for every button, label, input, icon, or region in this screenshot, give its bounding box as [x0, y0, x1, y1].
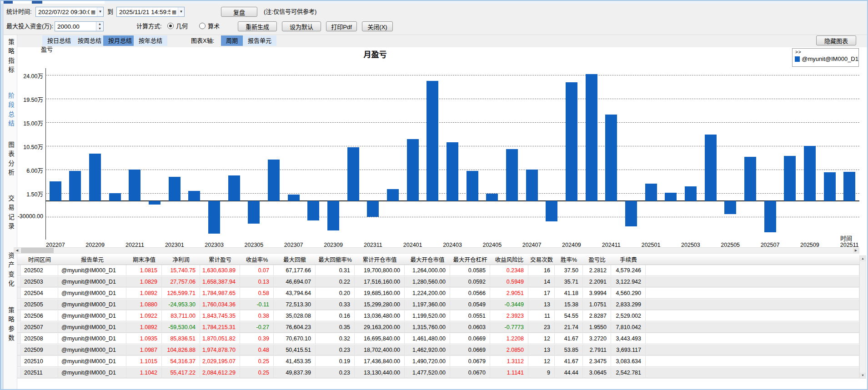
column-header-累计开仓市值[interactable]: 累计开仓市值 — [355, 255, 405, 265]
spinner-down-icon[interactable]: ▼ — [96, 26, 103, 31]
column-header-最大回撤[interactable]: 最大回撤 — [274, 255, 316, 265]
column-header-报告单元[interactable]: 报告单元 — [58, 255, 127, 265]
radio-on-icon[interactable] — [167, 23, 174, 29]
cell-收益率%: 0.13 — [240, 276, 274, 287]
cell-盈亏比: 3.0645 — [583, 367, 611, 378]
cell-胜率%: 35.71 — [555, 276, 583, 287]
scroll-down-icon[interactable]: ▼ — [860, 373, 866, 378]
radio-geometric[interactable]: 几何 — [167, 21, 188, 31]
xaxis-option-报告单元[interactable]: 报告单元 — [243, 35, 276, 46]
legend-item[interactable]: @myunit@IM000_D1 — [793, 55, 858, 62]
tab-按月总结[interactable]: 按月总结 — [103, 35, 137, 46]
column-header-时间区间[interactable]: 时间区间 — [21, 255, 59, 265]
sidebar-item-资产变化[interactable]: 资产变化 — [5, 252, 15, 290]
max-capital-input[interactable]: 2000.00 ▲▼ — [55, 21, 104, 31]
column-header-最大开仓杠杆[interactable]: 最大开仓杠杆 — [450, 255, 491, 265]
cell-手续费: 3,122.942 — [611, 276, 646, 287]
top-strip-tab — [42, 0, 105, 4]
series-swatch-icon — [795, 56, 800, 62]
bar-202207 — [50, 181, 61, 201]
cell-累计开仓市值: 13,130,440.00 — [355, 367, 405, 378]
cell-时间区间: 202511 — [21, 367, 58, 378]
cell-胜率%: 15.38 — [555, 299, 583, 310]
tab-按年总结[interactable]: 按年总结 — [134, 35, 167, 46]
spinner-up-icon[interactable]: ▲ — [96, 22, 103, 26]
regenerate-button[interactable]: 重新生成 — [238, 21, 277, 31]
sidebar-item-策略参数[interactable]: 策略参数 — [5, 307, 15, 344]
column-header-期末净值[interactable]: 期末净值 — [126, 255, 162, 265]
close-button[interactable]: 关闭(X) — [362, 21, 393, 31]
end-time-input[interactable]: 2025/11/21 14:59:59 ▦ ▼ — [116, 7, 185, 17]
cell-filler — [646, 288, 859, 299]
cell-最大回撤: 49,837.39 — [274, 367, 316, 378]
cell-收益风险比: 2.0850 — [490, 345, 528, 355]
column-header-最大回撤率%[interactable]: 最大回撤率% — [316, 255, 355, 265]
cell-最大开仓市值: 1,462,920.00 — [405, 345, 450, 355]
cell-报告单元: @myunit@IM000_D1 — [58, 356, 126, 367]
scroll-left-icon[interactable]: ◀ — [14, 248, 20, 253]
table-row-202506[interactable]: 202506@myunit@IM000_D11.092283,711.001,8… — [17, 310, 859, 322]
bar-202210 — [109, 193, 121, 201]
row-gutter — [17, 356, 21, 367]
column-header-胜率%[interactable]: 胜率% — [555, 255, 583, 265]
legend-expand-control[interactable]: >> — [793, 49, 858, 55]
calendar-icon[interactable]: ▦ — [171, 7, 178, 16]
radio-off-icon[interactable] — [199, 23, 206, 29]
radio-arithmetic[interactable]: 算术 — [199, 21, 220, 31]
bar-202306 — [268, 160, 280, 201]
replay-button[interactable]: 复盘 — [221, 7, 257, 17]
table-row-202504[interactable]: 202504@myunit@IM000_D11.0892126,599.711,… — [17, 288, 859, 299]
cell-净利润: 126,599.71 — [162, 288, 200, 299]
cell-filler — [646, 333, 859, 344]
horizontal-scrollbar[interactable]: ◀ ▶ — [14, 247, 859, 254]
table-row-202503[interactable]: 202503@myunit@IM000_D11.082927,757.061,6… — [17, 276, 859, 288]
start-time-input[interactable]: 2022/07/22 09:30:00 ▦ ▼ — [35, 7, 104, 17]
column-header-收益率%[interactable]: 收益率% — [240, 255, 274, 265]
column-header-累计盈亏[interactable]: 累计盈亏 — [200, 255, 241, 265]
cell-最大开仓市值: 1,461,480.00 — [405, 333, 450, 344]
vertical-scrollbar[interactable]: ▲ ▼ — [859, 255, 866, 379]
horizontal-scrollbar-thumb[interactable] — [21, 248, 54, 253]
bar-202307 — [288, 195, 300, 201]
cell-最大开仓市值: 1,264,000.00 — [405, 265, 450, 276]
cell-收益风险比: 1.1141 — [490, 367, 528, 378]
calendar-icon[interactable]: ▦ — [90, 7, 97, 16]
chart-yaxis-line — [45, 68, 46, 240]
table-row-202507[interactable]: 202507@myunit@IM000_D11.0892-59,530.041,… — [17, 322, 859, 333]
cell-盈亏比: 3.9994 — [583, 288, 611, 299]
table-row-202510[interactable]: 202510@myunit@IM000_D11.101554,316.372,0… — [17, 356, 859, 367]
window-top-strip — [0, 0, 868, 4]
cell-盈亏比: 2.2091 — [583, 276, 611, 287]
xaxis-option-周期[interactable]: 周期 — [221, 35, 243, 46]
column-header-手续费[interactable]: 手续费 — [611, 255, 646, 265]
table-row-202502[interactable]: 202502@myunit@IM000_D11.081515,740.751,6… — [17, 265, 859, 276]
set-default-button[interactable]: 设为默认 — [282, 21, 321, 31]
scroll-up-icon[interactable]: ▲ — [860, 256, 866, 261]
column-header-净利润[interactable]: 净利润 — [162, 255, 201, 265]
cell-累计开仓市值: 17,516,160.00 — [355, 276, 405, 287]
sidebar-item-策略指标[interactable]: 策略指标 — [5, 39, 15, 76]
table-row-202505[interactable]: 202505@myunit@IM000_D11.0880-24,953.301,… — [17, 299, 859, 310]
chevron-down-icon[interactable]: ▼ — [97, 7, 103, 16]
column-header-最大开仓市值[interactable]: 最大开仓市值 — [405, 255, 451, 265]
table-row-202508[interactable]: 202508@myunit@IM000_D11.093585,836.511,8… — [17, 333, 859, 345]
cell-收益风险比: -0.7773 — [490, 322, 528, 333]
cell-手续费: 2,529.002 — [611, 310, 646, 321]
cell-累计盈亏: 2,029,195.07 — [200, 356, 240, 367]
cell-最大开仓市值: 1,315,760.00 — [405, 322, 450, 333]
spinner[interactable]: ▲▼ — [96, 22, 103, 31]
tab-按周总结[interactable]: 按周总结 — [73, 35, 106, 46]
chevron-down-icon[interactable]: ▼ — [178, 7, 184, 16]
column-header-交易次数[interactable]: 交易次数 — [528, 255, 555, 265]
table-row-202511[interactable]: 202511@myunit@IM000_D11.104255,417.222,0… — [17, 367, 859, 379]
column-header-盈亏比[interactable]: 盈亏比 — [583, 255, 612, 265]
hide-chart-button[interactable]: 隐藏图表 — [816, 35, 856, 45]
bar-202411 — [605, 115, 617, 201]
row-gutter — [17, 265, 21, 276]
to-label: 到 — [107, 7, 113, 17]
column-header-收益风险比[interactable]: 收益风险比 — [490, 255, 529, 265]
scroll-right-icon[interactable]: ▶ — [853, 248, 859, 253]
table-row-202509[interactable]: 202509@myunit@IM000_D11.0987104,826.881,… — [17, 345, 859, 356]
cell-时间区间: 202510 — [21, 356, 58, 367]
print-pdf-button[interactable]: 打印Pdf — [326, 21, 357, 31]
